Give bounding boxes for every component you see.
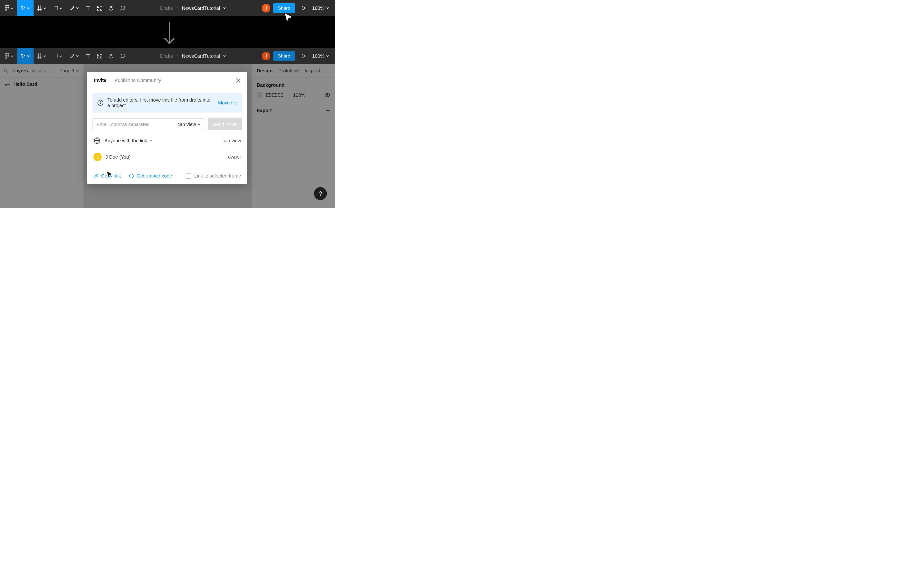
- pen-tool-button[interactable]: [66, 0, 82, 16]
- checkbox-icon[interactable]: [186, 173, 191, 179]
- user-role: owner: [228, 154, 241, 160]
- code-icon: [128, 174, 134, 178]
- info-banner: To add editors, first move this file fro…: [93, 93, 242, 113]
- top-toolbar: Drafts / NewsCardTutorial J Share 100%: [0, 0, 335, 16]
- breadcrumb: Drafts / NewsCardTutorial: [160, 6, 226, 11]
- text-tool-button[interactable]: [82, 0, 94, 16]
- frame-tool-button[interactable]: [33, 0, 50, 16]
- breadcrumb-drafts[interactable]: Drafts: [160, 6, 173, 11]
- send-invite-button[interactable]: Send invite: [208, 118, 242, 130]
- frame-tool-button[interactable]: [33, 48, 50, 64]
- help-button[interactable]: ?: [314, 187, 327, 200]
- move-tool-button[interactable]: [17, 0, 33, 16]
- email-placeholder: Email, comma separated: [96, 122, 150, 127]
- share-row-user: J J Doe (You) owner: [93, 148, 242, 165]
- chevron-down-icon: [149, 139, 152, 142]
- chevron-down-icon: [223, 54, 226, 58]
- svg-rect-12: [98, 6, 99, 8]
- copy-link-button[interactable]: Copy link: [93, 173, 121, 179]
- embed-code-label: Get embed code: [137, 173, 172, 179]
- svg-rect-30: [98, 54, 99, 55]
- svg-point-3: [7, 7, 9, 9]
- link-to-frame-option[interactable]: Link to selected frame: [186, 173, 241, 179]
- user-avatar[interactable]: J: [262, 4, 270, 13]
- comment-tool-button[interactable]: [117, 0, 128, 16]
- permission-label: can view: [177, 122, 196, 127]
- breadcrumb-file-label: NewsCardTutorial: [182, 54, 220, 59]
- svg-point-21: [7, 55, 9, 57]
- top-toolbar-2: Drafts / NewsCardTutorial J Share 100%: [0, 48, 335, 64]
- breadcrumb: Drafts / NewsCardTutorial: [160, 54, 226, 59]
- breadcrumb-file[interactable]: NewsCardTutorial: [182, 54, 226, 59]
- svg-point-19: [7, 53, 9, 55]
- info-banner-text: To add editors, first move this file fro…: [107, 97, 214, 108]
- resources-tool-button[interactable]: [94, 48, 106, 64]
- shape-tool-button[interactable]: [50, 48, 66, 64]
- zoom-label: 100%: [312, 54, 325, 59]
- overlay-dim: [252, 64, 335, 208]
- anyone-link-selector[interactable]: Anyone with the link: [104, 138, 152, 144]
- breadcrumb-drafts[interactable]: Drafts: [160, 54, 173, 59]
- breadcrumb-separator: /: [177, 54, 178, 59]
- link-to-frame-label: Link to selected frame: [194, 173, 241, 179]
- share-modal: Invite Publish to Community To add edito…: [87, 72, 247, 184]
- overlay-dim: [0, 64, 83, 208]
- move-file-link[interactable]: Move file: [218, 100, 237, 106]
- chevron-down-icon: [223, 6, 226, 10]
- share-button[interactable]: Share: [273, 51, 295, 61]
- permission-selector[interactable]: can view: [177, 122, 201, 127]
- share-row-anyone: Anyone with the link can view: [93, 133, 242, 148]
- svg-point-2: [5, 7, 7, 9]
- breadcrumb-file-label: NewsCardTutorial: [182, 6, 220, 11]
- email-input[interactable]: Email, comma separated can view: [93, 118, 205, 130]
- hand-tool-button[interactable]: [106, 0, 117, 16]
- chevron-down-icon: [326, 54, 329, 58]
- user-name: J Doe (You): [106, 154, 131, 160]
- chevron-down-icon: [197, 123, 201, 126]
- pen-tool-button[interactable]: [66, 48, 82, 64]
- close-button[interactable]: [236, 78, 241, 83]
- svg-rect-27: [54, 54, 58, 58]
- user-avatar[interactable]: J: [262, 52, 270, 60]
- embed-code-button[interactable]: Get embed code: [128, 173, 172, 179]
- zoom-control[interactable]: 100%: [312, 6, 329, 11]
- svg-rect-14: [100, 9, 102, 10]
- svg-rect-31: [98, 57, 99, 58]
- svg-rect-9: [54, 6, 58, 10]
- svg-point-47: [100, 101, 101, 102]
- tab-publish[interactable]: Publish to Community: [115, 77, 161, 83]
- left-panel: Layers Assets Page 1 Hello Card: [0, 64, 84, 208]
- resources-tool-button[interactable]: [94, 0, 106, 16]
- text-tool-button[interactable]: [82, 48, 94, 64]
- move-tool-button[interactable]: [17, 48, 33, 64]
- tab-invite[interactable]: Invite: [94, 77, 106, 83]
- shape-tool-button[interactable]: [50, 0, 66, 16]
- anyone-label: Anyone with the link: [104, 138, 147, 144]
- svg-point-1: [7, 5, 9, 7]
- present-button[interactable]: [299, 48, 308, 64]
- zoom-control[interactable]: 100%: [312, 54, 329, 59]
- svg-point-18: [5, 53, 7, 55]
- right-panel: Design Prototype Inspect Background E5E5…: [252, 64, 335, 208]
- breadcrumb-separator: /: [177, 6, 178, 11]
- svg-point-20: [5, 55, 7, 57]
- figma-menu-button[interactable]: [1, 0, 17, 16]
- figma-menu-button[interactable]: [1, 48, 17, 64]
- zoom-label: 100%: [312, 6, 325, 11]
- globe-icon: [93, 137, 101, 144]
- link-icon: [93, 173, 99, 179]
- anyone-role[interactable]: can view: [222, 138, 241, 144]
- chevron-down-icon: [326, 6, 329, 10]
- svg-point-4: [5, 9, 7, 11]
- svg-rect-13: [98, 9, 99, 10]
- svg-point-0: [5, 5, 7, 7]
- hand-tool-button[interactable]: [106, 48, 117, 64]
- svg-rect-32: [100, 57, 102, 58]
- info-icon: [97, 100, 104, 106]
- present-button[interactable]: [299, 0, 308, 16]
- share-button[interactable]: Share: [273, 3, 295, 13]
- svg-point-22: [5, 57, 7, 59]
- breadcrumb-file[interactable]: NewsCardTutorial: [182, 6, 226, 11]
- user-avatar-small: J: [93, 153, 102, 161]
- comment-tool-button[interactable]: [117, 48, 128, 64]
